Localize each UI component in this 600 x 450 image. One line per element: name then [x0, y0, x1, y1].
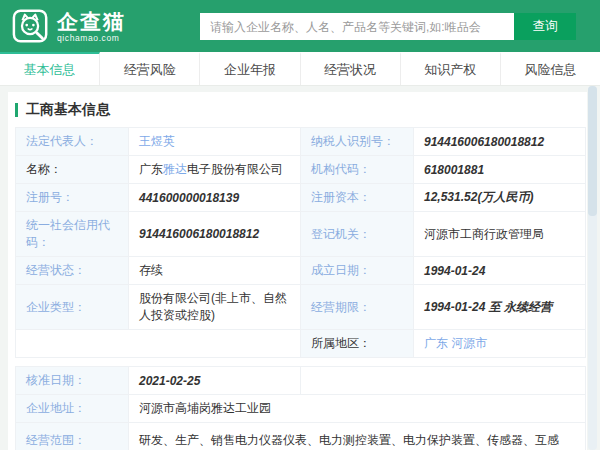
- address-scope-table: 核准日期： 2021-02-25 企业地址： 河源市高埔岗雅达工业园 经营范围：…: [15, 366, 586, 450]
- field-label-name: 名称：: [16, 156, 129, 184]
- tab-operating-status[interactable]: 经营状况: [301, 52, 401, 85]
- cat-magnifier-icon: [12, 7, 50, 45]
- table-row: 核准日期： 2021-02-25: [16, 367, 586, 395]
- field-label-status: 经营状态：: [16, 257, 129, 285]
- field-value-status: 存续: [129, 257, 301, 285]
- qichamao-logo[interactable]: 企查猫 qichamao.com: [12, 7, 126, 45]
- field-value-term: 1994-01-24 至 永续经营: [414, 285, 586, 330]
- search-button[interactable]: 查询: [514, 13, 576, 40]
- field-label-authority: 登记机关：: [301, 212, 414, 257]
- field-label-reg-no: 注册号：: [16, 184, 129, 212]
- section-title: 工商基本信息: [26, 101, 110, 119]
- field-value-address: 河源市高埔岗雅达工业园: [129, 395, 586, 423]
- legal-rep-link[interactable]: 王煜英: [139, 134, 175, 148]
- scrollbar-thumb[interactable]: [588, 86, 597, 216]
- table-row: 注册号： 441600000018139 注册资本： 12,531.52(万人民…: [16, 184, 586, 212]
- empty-cell: [16, 330, 301, 358]
- field-label-credit-code: 统一社会信用代码：: [16, 212, 129, 257]
- field-label-tax-id: 纳税人识别号：: [301, 128, 414, 156]
- company-name-prefix: 广东: [139, 162, 163, 176]
- empty-cell: [301, 367, 586, 395]
- brand-text: 企查猫 qichamao.com: [57, 10, 126, 43]
- search-input[interactable]: [200, 13, 514, 40]
- company-name-link[interactable]: 雅达: [163, 162, 187, 176]
- field-value-credit-code: 914416006180018812: [129, 212, 301, 257]
- field-label-approval-date: 核准日期：: [16, 367, 129, 395]
- section-header: 工商基本信息: [8, 92, 587, 127]
- tab-risk-info[interactable]: 风险信息: [501, 52, 600, 85]
- tab-operating-risk[interactable]: 经营风险: [100, 52, 200, 85]
- tab-basic-info[interactable]: 基本信息: [0, 52, 100, 85]
- field-value-company-type: 股份有限公司(非上市、自然人投资或控股): [129, 285, 301, 330]
- registration-info-table: 法定代表人： 王煜英 纳税人识别号： 914416006180018812 名称…: [15, 127, 586, 358]
- brand-domain: qichamao.com: [57, 33, 126, 43]
- table-row: 经营状态： 存续 成立日期： 1994-01-24: [16, 257, 586, 285]
- field-label-business-scope: 经营范围：: [16, 423, 129, 450]
- field-value-name: 广东雅达电子股份有限公司: [129, 156, 301, 184]
- table-row: 企业地址： 河源市高埔岗雅达工业园: [16, 395, 586, 423]
- table-row: 统一社会信用代码： 914416006180018812 登记机关： 河源市工商…: [16, 212, 586, 257]
- tab-intellectual-property[interactable]: 知识产权: [401, 52, 501, 85]
- table-row: 所属地区： 广东 河源市: [16, 330, 586, 358]
- field-label-term: 经营期限：: [301, 285, 414, 330]
- brand-name: 企查猫: [57, 10, 126, 33]
- field-label-reg-capital: 注册资本：: [301, 184, 414, 212]
- scrollbar[interactable]: [588, 86, 597, 450]
- field-value-tax-id: 914416006180018812: [414, 128, 586, 156]
- field-value-business-scope: 研发、生产、销售电力仪器仪表、电力测控装置、电力保护装置、传感器、互感器、电能表…: [129, 423, 586, 450]
- table-row: 经营范围： 研发、生产、销售电力仪器仪表、电力测控装置、电力保护装置、传感器、互…: [16, 423, 586, 450]
- region-province-link[interactable]: 广东: [424, 336, 448, 350]
- field-value-reg-no: 441600000018139: [129, 184, 301, 212]
- field-label-company-type: 企业类型：: [16, 285, 129, 330]
- business-info-card: 工商基本信息 法定代表人： 王煜英 纳税人识别号： 91441600618001…: [8, 92, 587, 450]
- field-label-address: 企业地址：: [16, 395, 129, 423]
- field-value-approval-date: 2021-02-25: [129, 367, 301, 395]
- field-value-region: 广东 河源市: [414, 330, 586, 358]
- field-value-legal-rep: 王煜英: [129, 128, 301, 156]
- field-value-establish-date: 1994-01-24: [414, 257, 586, 285]
- field-label-legal-rep: 法定代表人：: [16, 128, 129, 156]
- field-value-authority: 河源市工商行政管理局: [414, 212, 586, 257]
- tab-annual-report[interactable]: 企业年报: [200, 52, 300, 85]
- table-row: 法定代表人： 王煜英 纳税人识别号： 914416006180018812: [16, 128, 586, 156]
- tab-bar: 基本信息 经营风险 企业年报 经营状况 知识产权 风险信息: [0, 52, 600, 86]
- field-label-establish-date: 成立日期：: [301, 257, 414, 285]
- company-name-suffix: 电子股份有限公司: [187, 162, 283, 176]
- table-row: 名称： 广东雅达电子股份有限公司 机构代码： 618001881: [16, 156, 586, 184]
- field-value-org-code: 618001881: [414, 156, 586, 184]
- table-row: 企业类型： 股份有限公司(非上市、自然人投资或控股) 经营期限： 1994-01…: [16, 285, 586, 330]
- field-label-org-code: 机构代码：: [301, 156, 414, 184]
- top-header: 企查猫 qichamao.com 查询: [0, 0, 600, 52]
- search-bar: 查询: [200, 13, 576, 40]
- region-city-link[interactable]: 河源市: [451, 336, 487, 350]
- section-accent-bar: [15, 103, 18, 117]
- field-label-region: 所属地区：: [301, 330, 414, 358]
- field-value-reg-capital: 12,531.52(万人民币): [414, 184, 586, 212]
